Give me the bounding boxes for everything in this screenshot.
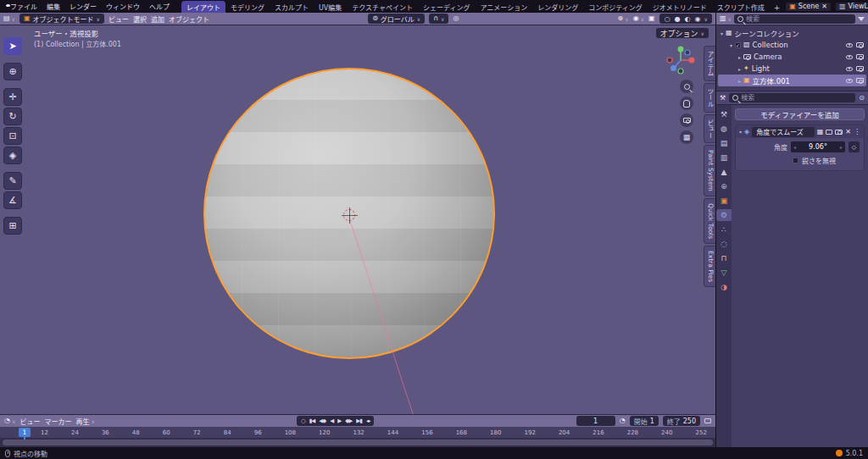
menu-window[interactable]: ウィンドウ: [102, 1, 144, 12]
menu-view[interactable]: ビュー: [108, 14, 129, 24]
timeline-menu-view[interactable]: ビュー: [19, 417, 40, 426]
menu-edit[interactable]: 編集: [42, 1, 64, 12]
disable-render-toggle[interactable]: [856, 54, 864, 59]
realtime-display-toggle[interactable]: [826, 130, 832, 135]
tool-rotate[interactable]: ↻: [3, 108, 22, 125]
tool-transform[interactable]: ◈: [3, 147, 22, 164]
follow-playhead-toggle[interactable]: [704, 418, 711, 423]
timeline-ruler[interactable]: 12 24 36 48 60 72 84 96 108 120 132 144 …: [0, 427, 715, 438]
tab-particles[interactable]: ∴: [717, 224, 731, 235]
workspace-tab-sculpting[interactable]: スカルプト: [270, 1, 314, 13]
editor-type-selector[interactable]: ▤ ∨: [3, 15, 15, 22]
jump-to-end-button[interactable]: ▶▮: [354, 418, 364, 424]
properties-search[interactable]: [729, 93, 855, 102]
workspace-tab-rendering[interactable]: レンダリング: [532, 1, 583, 13]
proportional-editing-button[interactable]: ◎: [453, 15, 459, 22]
sidebar-tab-quick-tools[interactable]: Quick Tools: [704, 198, 715, 244]
modifier-panel-header[interactable]: ▾ ◈ 角度でスムーズ ▦ ✕ ⋮: [736, 125, 864, 138]
tab-material[interactable]: ◑: [717, 281, 731, 293]
shading-solid-button[interactable]: ●: [674, 15, 682, 23]
view-layer-selector[interactable]: ▥ ViewLayer: [835, 2, 868, 12]
jump-to-start-button[interactable]: ▮◀: [308, 418, 317, 424]
outliner-row-camera[interactable]: ▸ Camera: [718, 51, 866, 63]
outliner-row-collection[interactable]: ▾ ✓ ▧ Collection: [718, 39, 866, 51]
3d-viewport[interactable]: ユーザー・透視投影 (1) Collection | 立方体.001 ➤ ⊕ ✛…: [0, 25, 715, 414]
edit-mode-display-toggle[interactable]: ▦: [817, 129, 824, 135]
previous-keyframe-button[interactable]: ◀◆: [317, 418, 327, 424]
angle-value-field[interactable]: ◂ 9.06° ▸: [791, 141, 845, 152]
tab-output[interactable]: ▤: [717, 137, 731, 149]
navigation-gizmo[interactable]: [665, 44, 697, 76]
tool-add-cube[interactable]: ⊞: [3, 217, 22, 235]
tool-move[interactable]: ✛: [3, 88, 22, 106]
use-preview-range-button[interactable]: ◔: [620, 418, 626, 424]
toggle-orthographic-button[interactable]: ▦: [680, 130, 693, 144]
menu-help[interactable]: ヘルプ: [145, 1, 174, 12]
outliner-editor-selector[interactable]: ▥ ∨: [720, 15, 732, 22]
tab-physics[interactable]: ◌: [717, 238, 731, 250]
ignore-sharpness-checkbox[interactable]: [793, 158, 798, 163]
transform-orientation-dropdown[interactable]: ⊚ グローバル ∨: [368, 14, 425, 24]
play-reverse-button[interactable]: ◀: [328, 418, 335, 424]
menu-add[interactable]: 追加: [151, 14, 164, 24]
shading-wireframe-button[interactable]: ○: [664, 15, 671, 23]
unlink-scene-icon[interactable]: ✕: [821, 3, 827, 10]
tool-measure[interactable]: ∡: [3, 191, 22, 209]
auto-keying-button[interactable]: ○: [299, 418, 307, 424]
add-workspace-button[interactable]: +: [770, 3, 785, 13]
playback-menu[interactable]: 再生 ∨: [75, 417, 94, 426]
camera-view-button[interactable]: [680, 113, 693, 127]
show-overlays-toggle[interactable]: ◉∨: [633, 15, 644, 22]
outliner-row-scene-collection[interactable]: ▾ ▦ シーンコレクション: [718, 27, 866, 39]
timeline-editor-selector[interactable]: ◔ ∨: [4, 418, 15, 424]
disable-render-toggle[interactable]: [856, 42, 864, 47]
tab-render[interactable]: ◍: [717, 123, 731, 135]
decrement-arrow-icon[interactable]: ◂: [793, 144, 796, 150]
tab-object-data[interactable]: ▽: [717, 267, 731, 279]
tab-constraints[interactable]: ⊓: [717, 252, 731, 264]
playhead[interactable]: 1: [19, 428, 31, 437]
zoom-button[interactable]: [680, 80, 693, 93]
tab-tool[interactable]: ⚒: [717, 108, 731, 120]
properties-search-input[interactable]: [741, 94, 852, 102]
animate-property-button[interactable]: ◇: [849, 141, 860, 152]
shading-material-button[interactable]: ◐: [684, 15, 692, 23]
workspace-tab-scripting[interactable]: スクリプト作成: [712, 1, 770, 13]
expand-icon[interactable]: ▸: [738, 54, 741, 60]
expand-icon[interactable]: ▾: [721, 30, 723, 36]
tool-scale[interactable]: ⊡: [3, 127, 22, 145]
expand-icon[interactable]: ▸: [738, 66, 741, 72]
sidebar-tab-extra-pies[interactable]: Extra Pies: [704, 246, 715, 287]
outliner-row-cube[interactable]: ▸ ▣ 立方体.001: [718, 75, 866, 86]
timeline-scrollbar[interactable]: [3, 440, 713, 445]
hide-viewport-toggle[interactable]: [846, 55, 853, 59]
tab-scene[interactable]: ▲: [717, 166, 731, 178]
workspace-tab-geometry-nodes[interactable]: ジオメトリノード: [648, 1, 712, 13]
tab-world[interactable]: ⊕: [717, 180, 731, 192]
filter-icon[interactable]: [858, 17, 865, 21]
hide-viewport-toggle[interactable]: [846, 79, 853, 83]
tab-object[interactable]: ▣: [717, 195, 731, 207]
menu-render[interactable]: レンダー: [65, 1, 101, 12]
add-modifier-button[interactable]: モディファイアーを追加: [735, 108, 865, 120]
hide-viewport-toggle[interactable]: [846, 43, 853, 47]
tab-view-layer[interactable]: ▥: [717, 152, 731, 163]
timeline-menu-marker[interactable]: マーカー: [44, 417, 71, 426]
menu-file[interactable]: ファイル: [6, 1, 42, 12]
outliner-search[interactable]: [734, 14, 855, 24]
workspace-tab-texture-paint[interactable]: テクスチャペイント: [347, 1, 418, 13]
close-icon[interactable]: ✕: [845, 129, 851, 135]
next-keyframe-button[interactable]: ◆▶: [343, 418, 353, 424]
disable-render-toggle[interactable]: [856, 66, 864, 71]
expand-icon[interactable]: ▾: [730, 42, 732, 48]
collection-checkbox[interactable]: ✓: [735, 42, 741, 48]
outliner-row-light[interactable]: ▸ ✦ Light: [718, 63, 866, 75]
tool-select-box[interactable]: ➤: [3, 37, 22, 55]
tool-cursor[interactable]: ⊕: [3, 63, 22, 80]
tool-annotate[interactable]: ✎: [3, 172, 22, 190]
workspace-tab-shading[interactable]: シェーディング: [418, 1, 475, 13]
sidebar-tab-tool[interactable]: ツール: [704, 83, 715, 113]
play-button[interactable]: ▶: [336, 418, 342, 424]
outliner-search-input[interactable]: [746, 15, 852, 23]
frame-start-field[interactable]: 開始 1: [630, 416, 659, 426]
